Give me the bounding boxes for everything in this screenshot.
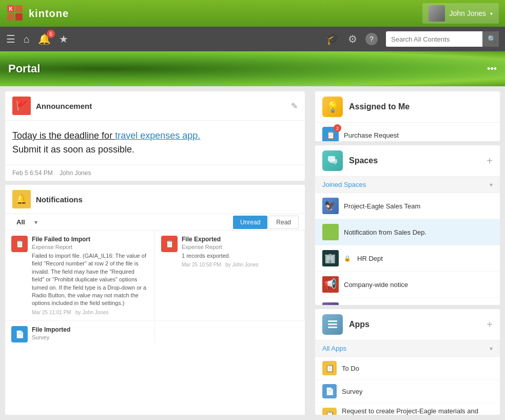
apps-section: All Apps ▾ 📋 To Do 📄 Survey — [315, 340, 500, 415]
app-icon-request: 📋 — [322, 408, 337, 415]
announcement-body: Today is the deadline for travel expense… — [5, 121, 305, 165]
announcement-card: 🚩 Announcement ✎ Today is the deadline f… — [5, 91, 305, 181]
notifications-list: 📋 File Failed to Import Expense Report F… — [5, 231, 305, 343]
svg-marker-6 — [329, 161, 331, 163]
unread-button[interactable]: Unread — [233, 216, 267, 229]
app-item-todo[interactable]: 📋 To Do — [315, 357, 500, 380]
notifications-header: 🔔 Notifications — [5, 185, 305, 214]
spaces-header: Spaces + — [315, 145, 500, 176]
space-item-eagle[interactable]: 🦅 Project-Eagle Sales Team — [315, 193, 500, 219]
notifications-icon[interactable]: 🔔 6 — [38, 33, 51, 45]
tab-dropdown-icon[interactable]: ▾ — [34, 219, 37, 226]
notif-title-2: File Exported — [182, 236, 298, 243]
spaces-title: Spaces — [349, 156, 487, 165]
space-label-sales: Notification from Sales Dep. — [344, 228, 493, 236]
read-button[interactable]: Read — [268, 216, 299, 229]
space-thumb-eagle: 🦅 — [322, 198, 339, 214]
app-label-todo: To Do — [342, 365, 493, 372]
announcement-date: Feb 5 6:54 PM — [12, 169, 53, 177]
announcement-line1: Today is the deadline for travel expense… — [12, 130, 200, 141]
joined-spaces-label: Joined Spaces — [322, 181, 490, 188]
home-icon[interactable]: ⌂ — [24, 33, 30, 45]
star-icon[interactable]: ★ — [59, 33, 68, 45]
file-export-icon: 📋 — [165, 240, 174, 248]
space-thumb-sales — [322, 224, 339, 240]
assigned-item[interactable]: 📋 2 Purchase Request — [315, 122, 500, 141]
purchase-icon: 📋 — [326, 131, 335, 139]
app-name: kintone — [29, 8, 69, 20]
toolbar: ☰ ⌂ 🔔 6 ★ 🎓 ⚙ ? 🔍 — [0, 27, 505, 51]
notifications-title: Notifications — [36, 195, 298, 204]
app-label-request: Request to create Project-Eagle material… — [342, 407, 493, 415]
notif-meta-1: Mar 25 11:01 PM by John Jones — [32, 310, 148, 315]
notification-badge: 6 — [47, 30, 55, 38]
portal-menu-icon[interactable]: ••• — [487, 64, 497, 74]
spaces-add-icon[interactable]: + — [487, 155, 493, 167]
joined-spaces-chevron-icon: ▾ — [490, 181, 493, 188]
flag-icon: 🚩 — [16, 100, 27, 111]
space-item-company[interactable]: 📢 Company-wide notice — [315, 272, 500, 298]
assigned-to-me-card: 💡 Assigned to Me 📋 2 Purchase Request — [315, 91, 500, 141]
space-item-sales[interactable]: Notification from Sales Dep. — [315, 219, 500, 245]
apps-title: Apps — [349, 320, 487, 329]
search-input[interactable] — [386, 32, 482, 46]
space-item-hr[interactable]: 🏢 🔒 HR Dept — [315, 245, 500, 272]
app-icon-todo: 📋 — [322, 361, 337, 375]
apps-add-icon[interactable]: + — [487, 319, 493, 331]
notif-title-3: File Imported — [32, 326, 148, 333]
svg-rect-14 — [328, 323, 337, 325]
notification-item: 📄 File Imported Survey 0 records added, … — [5, 321, 155, 343]
notif-icon-file-export: 📋 — [161, 236, 178, 252]
space-label-company: Company-wide notice — [344, 281, 493, 289]
spaces-icon — [322, 150, 343, 171]
bell-icon: 🔔 — [16, 194, 27, 205]
left-panel: 🚩 Announcement ✎ Today is the deadline f… — [0, 86, 310, 420]
list-icon — [327, 319, 338, 330]
app-item-survey[interactable]: 📄 Survey — [315, 380, 500, 403]
notification-item: 📋 File Exported Expense Report 1 records… — [155, 231, 305, 321]
app-item-request[interactable]: 📋 Request to create Project-Eagle materi… — [315, 403, 500, 415]
todo-icon: 📋 — [325, 364, 334, 372]
user-menu[interactable]: John Jones ▾ — [422, 3, 499, 24]
purchase-request-icon: 📋 2 — [322, 127, 339, 141]
apps-icon — [322, 314, 343, 335]
all-apps-label: All Apps — [322, 345, 490, 352]
notif-body-2: 1 records exported. — [182, 252, 298, 260]
chat-bubbles-icon — [327, 155, 338, 166]
search-button[interactable]: 🔍 — [482, 31, 499, 47]
svg-rect-7 — [331, 159, 337, 163]
assigned-to-me-title: Assigned to Me — [349, 102, 493, 111]
gear-icon[interactable]: ⚙ — [348, 33, 357, 45]
avatar-image — [429, 5, 445, 22]
help-icon[interactable]: ? — [365, 33, 378, 45]
edit-icon[interactable]: ✎ — [291, 101, 298, 111]
hamburger-menu-icon[interactable]: ☰ — [6, 33, 15, 45]
notif-icon-file-fail: 📋 — [11, 236, 28, 252]
notif-body-1: Failed to import file. (GAIA_IL16: The v… — [32, 252, 148, 308]
notifications-card: 🔔 Notifications All ▾ Unread Read 📋 — [5, 185, 305, 415]
notif-content-3: File Imported Survey 0 records added, 1 … — [32, 326, 148, 343]
space-thumb-aaa: 👥 — [322, 302, 339, 305]
travel-expenses-link[interactable]: travel expenses app. — [115, 130, 200, 141]
svg-text:🦅: 🦅 — [324, 200, 336, 212]
notif-icon-file-import: 📄 — [11, 326, 28, 342]
svg-marker-8 — [334, 163, 336, 165]
graduation-cap-icon[interactable]: 🎓 — [326, 32, 340, 46]
notif-sub-2: Expense Report — [182, 244, 298, 250]
main-layout: 🚩 Announcement ✎ Today is the deadline f… — [0, 86, 505, 420]
space-label-hr: HR Dept — [357, 255, 493, 262]
joined-spaces-header[interactable]: Joined Spaces ▾ — [315, 176, 500, 193]
notif-title-1: File Failed to Import — [32, 236, 148, 243]
purchase-request-label: Purchase Request — [344, 131, 399, 139]
space-thumb-hr: 🏢 — [322, 250, 339, 266]
announcement-author: John Jones — [60, 169, 91, 177]
notif-tab-buttons: Unread Read — [233, 216, 299, 229]
portal-title: Portal — [8, 62, 40, 75]
notif-content-2: File Exported Expense Report 1 records e… — [182, 236, 298, 315]
tab-all[interactable]: All — [11, 214, 30, 230]
all-apps-header[interactable]: All Apps ▾ — [315, 340, 500, 357]
notifications-icon-bg: 🔔 — [12, 190, 31, 208]
spaces-card: Spaces + Joined Spaces ▾ 🦅 Project-Eagle… — [315, 145, 500, 305]
apps-header: Apps + — [315, 309, 500, 340]
space-item-aaa[interactable]: 👥 🔒 Notification about AAA project — [315, 298, 500, 305]
